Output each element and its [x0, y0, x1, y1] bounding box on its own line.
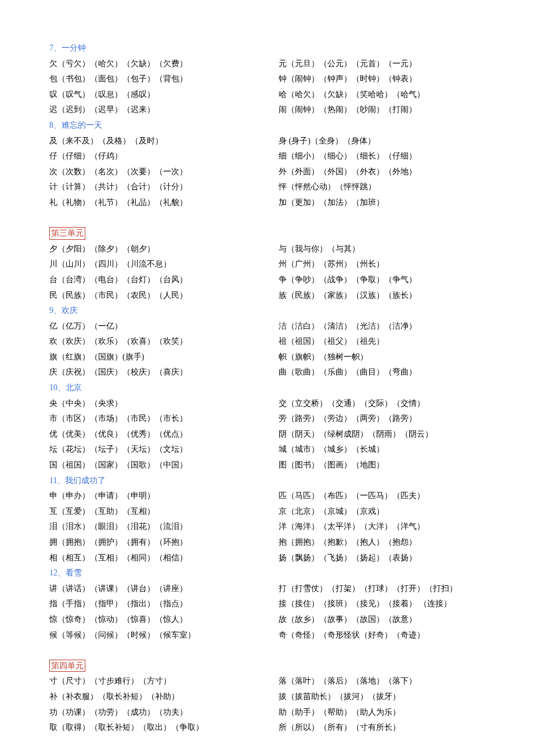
right-cell — [279, 473, 485, 489]
right-cell: 曲（歌曲）（乐曲）（曲目）（弯曲） — [279, 365, 485, 380]
text-row: 台（台湾）（电台）（台灯）（台风）争（争吵）（战争）（争取）（争气） — [49, 272, 485, 288]
text-row: 拥（拥抱）（拥护）（拥有）（环抱）抱（拥抱）（抱歉）（抱人）（抱怨） — [49, 535, 485, 550]
left-cell: 坛（花坛）（坛子）（天坛）（文坛） — [49, 442, 279, 458]
text-row: 9、欢庆 — [49, 303, 485, 319]
right-cell — [279, 643, 485, 658]
left-cell: 礼（礼物）（礼节）（礼品）（礼貌） — [49, 195, 279, 211]
left-cell: 申（申办）（申请）（申明） — [49, 488, 279, 504]
section-heading: 9、欢庆 — [49, 306, 78, 315]
left-cell: 计（计算）（共计）（合计）（计分） — [49, 179, 279, 195]
left-cell: 7、一分钟 — [49, 41, 279, 56]
text-row: 包（书包）（面包）（包子）（背包）钟（闹钟）（钟声）（时钟）（钟表） — [49, 71, 485, 87]
left-cell: 亿（亿万）（一亿） — [49, 319, 279, 334]
left-cell: 市（市区）（市场）（市民）（市长） — [49, 411, 279, 427]
right-cell: 闹（闹钟）（热闹）（吵闹）（打闹） — [279, 102, 485, 118]
text-row: 及（来不及）（及格）（及时）身 (身子)（全身）（身体） — [49, 134, 485, 149]
left-cell: 及（来不及）（及格）（及时） — [49, 134, 279, 149]
text-row: 川（山川）（四川）（川流不息）州（广州）（苏州）（州长） — [49, 257, 485, 272]
left-cell: 仔（仔细）（仔鸡） — [49, 149, 279, 164]
text-row: 国（祖国）（国家）（国歌）（中国）图（图书）（图画）（地图） — [49, 458, 485, 473]
text-row: 优（优美）（优良）（优秀）（优点）阴（阴天）（绿树成阴）（阴雨）（阴云） — [49, 427, 485, 442]
left-cell: 旗（红旗）（国旗）(旗手) — [49, 350, 279, 365]
right-cell: 故（故乡）（故事）（故国）（故意） — [279, 612, 485, 628]
right-cell: 哈（哈欠）（欠缺）（笑哈哈）（哈气） — [279, 87, 485, 103]
left-cell: 夕（夕阳）（除夕）（朝夕） — [49, 242, 279, 257]
left-cell: 川（山川）（四川）（川流不息） — [49, 257, 279, 272]
text-row: 第四单元 — [49, 658, 485, 674]
left-cell: 叹（叹气）（叹息）（感叹） — [49, 87, 279, 103]
text-row: 11、我们成功了 — [49, 473, 485, 489]
right-cell: 加（更加）（加法）（加班） — [279, 195, 485, 211]
right-cell: 所（所以）（所有）（寸有所长） — [279, 720, 485, 736]
right-cell: 阴（阴天）（绿树成阴）（阴雨）（阴云） — [279, 427, 485, 442]
right-cell: 帜（旗帜）（独树一帜） — [279, 350, 485, 365]
left-cell: 泪（泪水）（眼泪）（泪花）（流泪） — [49, 519, 279, 535]
left-cell: 第三单元 — [49, 226, 279, 242]
left-cell: 补（补衣服）（取长补短）（补助） — [49, 689, 279, 705]
right-cell: 元（元旦）（公元）（元首）（一元） — [279, 56, 485, 72]
text-row: 指（手指）（指甲）（指出）（指点）接（接住）（接班）（接见）（接着） （连接） — [49, 596, 485, 612]
left-cell: 10、北京 — [49, 380, 279, 396]
right-cell: 京（北京）（京城）（京戏） — [279, 504, 485, 520]
right-cell: 祖（祖国）（祖父）（祖先） — [279, 334, 485, 350]
text-row: 10、北京 — [49, 380, 485, 396]
right-cell: 打（打雪仗）（打架）（打球）（打开）（打扫） — [279, 581, 485, 597]
text-row: 功（功课）（功劳）（成功）（功夫）助（助手）（帮助）（助人为乐） — [49, 705, 485, 721]
left-cell: 台（台湾）（电台）（台灯）（台风） — [49, 272, 279, 288]
left-cell: 民（民族）（市民）（农民）（人民） — [49, 288, 279, 304]
text-row: 计（计算）（共计）（合计）（计分）怦（怦然心动）（怦怦跳） — [49, 179, 485, 195]
text-row: 礼（礼物）（礼节）（礼品）（礼貌）加（更加）（加法）（加班） — [49, 195, 485, 211]
right-cell: 拔（拔苗助长）（拔河）（拔牙） — [279, 689, 485, 705]
text-row: 夕（夕阳）（除夕）（朝夕）与（我与你）（与其） — [49, 242, 485, 257]
left-cell: 功（功课）（功劳）（成功）（功夫） — [49, 705, 279, 721]
left-cell: 12、看雪 — [49, 566, 279, 581]
right-cell: 洁（洁白）（清洁）（光洁）（洁净） — [279, 319, 485, 334]
section-heading: 7、一分钟 — [49, 44, 86, 52]
right-cell: 扬（飘扬）（飞扬）（扬起）（表扬） — [279, 550, 485, 566]
text-row: 次（次数）（名次）（次要）（一次）外（外面）（外国）（外衣）（外地） — [49, 164, 485, 180]
text-row: 12、看雪 — [49, 566, 485, 581]
right-cell: 接（接住）（接班）（接见）（接着） （连接） — [279, 596, 485, 612]
left-cell: 惊（惊奇）（惊动）（惊喜）（惊人） — [49, 612, 279, 628]
text-row: 市（市区）（市场）（市民）（市长）旁（路旁）（旁边）（两旁）（路旁） — [49, 411, 485, 427]
left-cell: 8、难忘的一天 — [49, 118, 279, 134]
text-row: 取（取得）（取长补短）（取出）（争取）所（所以）（所有）（寸有所长） — [49, 720, 485, 736]
left-cell — [49, 643, 279, 658]
left-cell — [49, 211, 279, 226]
text-row: 旗（红旗）（国旗）(旗手)帜（旗帜）（独树一帜） — [49, 350, 485, 365]
unit-heading: 第三单元 — [49, 227, 85, 240]
section-heading: 8、难忘的一天 — [49, 121, 102, 129]
right-cell — [279, 658, 485, 674]
text-row: 亿（亿万）（一亿）洁（洁白）（清洁）（光洁）（洁净） — [49, 319, 485, 334]
right-cell: 奇（奇怪）（奇形怪状（好奇）（奇迹） — [279, 628, 485, 643]
text-row: 民（民族）（市民）（农民）（人民）族（民族）（家族）（汉族）（族长） — [49, 288, 485, 304]
left-cell: 包（书包）（面包）（包子）（背包） — [49, 71, 279, 87]
right-cell: 争（争吵）（战争）（争取）（争气） — [279, 272, 485, 288]
left-cell: 相（相互）（互相）（相同）（相信） — [49, 550, 279, 566]
left-cell: 欢（欢庆）（欢乐）（欢喜）（欢笑） — [49, 334, 279, 350]
right-cell: 与（我与你）（与其） — [279, 242, 485, 257]
text-row: 讲（讲话）（讲课）（讲台）（讲座） 打（打雪仗）（打架）（打球）（打开）（打扫） — [49, 581, 485, 597]
right-cell: 外（外面）（外国）（外衣）（外地） — [279, 164, 485, 180]
left-cell: 9、欢庆 — [49, 303, 279, 319]
text-row: 欢（欢庆）（欢乐）（欢喜）（欢笑）祖（祖国）（祖父）（祖先） — [49, 334, 485, 350]
right-cell — [279, 118, 485, 134]
left-cell: 候（等候）（问候）（时候）（候车室） — [49, 628, 279, 643]
text-row: 8、难忘的一天 — [49, 118, 485, 134]
right-cell — [279, 211, 485, 226]
left-cell: 国（祖国）（国家）（国歌）（中国） — [49, 458, 279, 473]
text-row: 相（相互）（互相）（相同）（相信）扬（飘扬）（飞扬）（扬起）（表扬） — [49, 550, 485, 566]
right-cell: 身 (身子)（全身）（身体） — [279, 134, 485, 149]
text-row: 迟（迟到）（迟早）（迟来）闹（闹钟）（热闹）（吵闹）（打闹） — [49, 102, 485, 118]
left-cell: 次（次数）（名次）（次要）（一次） — [49, 164, 279, 180]
right-cell: 旁（路旁）（旁边）（两旁）（路旁） — [279, 411, 485, 427]
left-cell: 迟（迟到）（迟早）（迟来） — [49, 102, 279, 118]
section-heading: 11、我们成功了 — [49, 476, 106, 485]
right-cell: 钟（闹钟）（钟声）（时钟）（钟表） — [279, 71, 485, 87]
unit-heading: 第四单元 — [49, 660, 85, 672]
text-row: 7、一分钟 — [49, 41, 485, 56]
text-row: 泪（泪水）（眼泪）（泪花）（流泪）洋（海洋）（太平洋）（大洋）（洋气） — [49, 519, 485, 535]
right-cell: 助（助手）（帮助）（助人为乐） — [279, 705, 485, 721]
text-row — [49, 643, 485, 658]
left-cell: 第四单元 — [49, 658, 279, 674]
